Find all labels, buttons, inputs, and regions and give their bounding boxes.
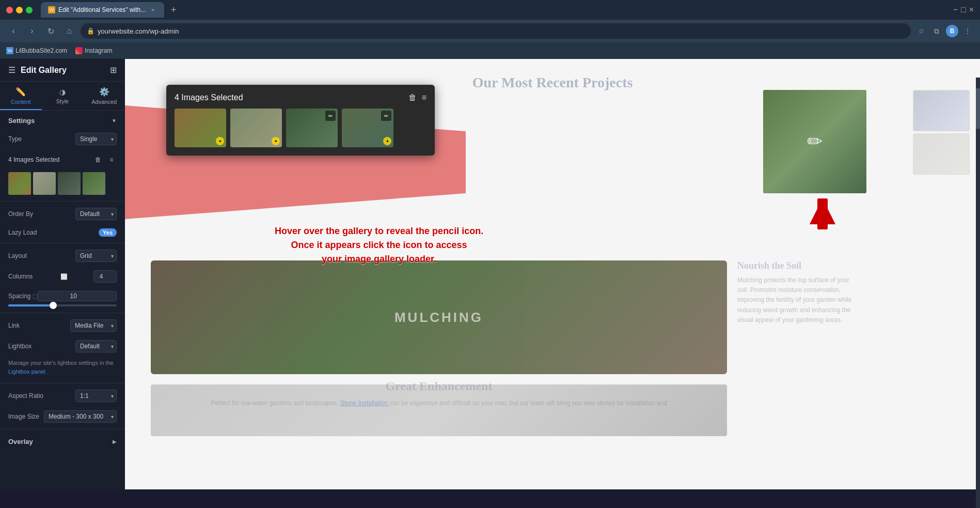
bookmark-favicon-instagram bbox=[75, 47, 83, 54]
scrollbar-track[interactable] bbox=[976, 78, 980, 508]
minimize-button[interactable]: − bbox=[953, 5, 958, 14]
back-button[interactable]: ‹ bbox=[6, 24, 21, 38]
edit-images-icon[interactable]: ≡ bbox=[106, 155, 117, 165]
extension-icon[interactable]: ⋮ bbox=[961, 25, 974, 37]
aspect-ratio-select[interactable]: 1:1 bbox=[75, 390, 117, 402]
type-select[interactable]: Single bbox=[75, 133, 117, 145]
mulching-text-area: Nourish the Soil Mulching protects the t… bbox=[737, 260, 861, 325]
lightbox-link-text: Lightbox panel. bbox=[8, 368, 47, 375]
images-selected-row: 4 Images Selected 🗑 ≡ bbox=[0, 151, 125, 168]
active-tab[interactable]: W Edit "Additional Services" with... × bbox=[41, 2, 164, 18]
popup-thumb-2[interactable]: ✦ bbox=[230, 109, 282, 147]
bottom-stone-image bbox=[151, 384, 727, 436]
gallery-delete-icon[interactable]: 🗑 bbox=[408, 93, 417, 102]
right-thumb-2 bbox=[913, 133, 970, 175]
type-field-row: Type Single bbox=[0, 129, 125, 149]
scrollbar-thumb[interactable] bbox=[976, 88, 980, 129]
tab-close-button[interactable]: × bbox=[149, 6, 157, 14]
close-traffic-light[interactable] bbox=[6, 7, 13, 13]
arrow-head-up bbox=[810, 198, 835, 224]
lightbox-panel-link[interactable]: Lightbox panel. bbox=[8, 368, 47, 375]
overlay-section-header[interactable]: Overlay ▶ bbox=[0, 432, 125, 450]
divider-3 bbox=[0, 313, 125, 313]
sidebar-tabs: ✏️ Content ◑ Style ⚙️ Advanced bbox=[0, 82, 125, 111]
delete-images-icon[interactable]: 🗑 bbox=[93, 155, 103, 165]
address-bar[interactable]: 🔒 yourwebsite.com/wp-admin bbox=[81, 23, 911, 39]
mulching-label: MULCHING bbox=[394, 310, 483, 326]
order-by-row: Order By Default bbox=[0, 204, 125, 224]
lightbox-select[interactable]: Default bbox=[75, 340, 117, 352]
browser-actions: ☆ ⧉ B ⋮ bbox=[915, 25, 974, 37]
lightbox-row: Lightbox Default bbox=[0, 336, 125, 357]
spacing-label-row: Spacing ⬚ bbox=[8, 291, 117, 301]
type-select-wrapper: Single bbox=[75, 133, 117, 145]
new-tab-button[interactable]: + bbox=[166, 3, 181, 17]
tab-style[interactable]: ◑ Style bbox=[42, 82, 84, 110]
lock-icon: 🔒 bbox=[87, 27, 94, 35]
restore-button[interactable]: □ bbox=[961, 5, 966, 14]
order-by-select[interactable]: Default bbox=[75, 208, 117, 220]
hamburger-menu-icon[interactable]: ☰ bbox=[8, 65, 15, 75]
spacing-value-input[interactable] bbox=[38, 291, 117, 301]
sidebar-title: Edit Gallery bbox=[21, 66, 67, 75]
lazy-load-label: Lazy Load bbox=[8, 229, 37, 236]
annotation-text: Hover over the gallery to reveal the pen… bbox=[275, 224, 483, 266]
type-label: Type bbox=[8, 135, 22, 143]
title-bar: W Edit "Additional Services" with... × +… bbox=[0, 0, 980, 20]
image-size-select[interactable]: Medium - 300 x 300 bbox=[44, 410, 117, 423]
layout-select[interactable]: Grid bbox=[75, 250, 117, 262]
columns-input[interactable] bbox=[93, 270, 117, 283]
thumbnail-2[interactable] bbox=[33, 172, 56, 195]
popup-thumb-4-edit-icon[interactable]: ✏ bbox=[381, 111, 391, 121]
content-tab-icon: ✏️ bbox=[15, 87, 26, 97]
tab-search-icon[interactable]: ⧉ bbox=[930, 25, 943, 37]
gallery-popup-actions: 🗑 ≡ bbox=[408, 93, 426, 102]
bookmark-label-instagram: Instagram bbox=[85, 47, 112, 54]
link-label: Link bbox=[8, 322, 20, 329]
lightbox-note: Manage your site's lightbox settings in … bbox=[0, 357, 125, 381]
bookmark-star-icon[interactable]: ☆ bbox=[915, 25, 927, 37]
minimize-traffic-light[interactable] bbox=[16, 7, 23, 13]
divider-1 bbox=[0, 201, 125, 202]
image-size-row: Image Size Medium - 300 x 300 bbox=[0, 406, 125, 427]
advanced-tab-icon: ⚙️ bbox=[99, 87, 109, 97]
tab-advanced[interactable]: ⚙️ Advanced bbox=[83, 82, 125, 110]
spacing-slider-track[interactable] bbox=[8, 304, 117, 306]
thumbnail-1[interactable] bbox=[8, 172, 31, 195]
maximize-traffic-light[interactable] bbox=[26, 7, 33, 13]
settings-section-title: Settings bbox=[8, 117, 35, 125]
bookmark-lilbubba[interactable]: W LilBubbaSite2.com bbox=[6, 47, 67, 54]
gallery-menu-icon[interactable]: ≡ bbox=[422, 93, 426, 102]
forward-button[interactable]: › bbox=[25, 24, 39, 38]
order-by-label: Order By bbox=[8, 210, 33, 218]
images-selected-actions: 🗑 ≡ bbox=[93, 155, 117, 165]
gallery-popup-header: 4 Images Selected 🗑 ≡ bbox=[175, 93, 426, 102]
close-button[interactable]: × bbox=[969, 5, 974, 14]
tab-content[interactable]: ✏️ Content bbox=[0, 82, 42, 110]
layout-select-wrapper: Grid bbox=[75, 250, 117, 262]
thumbnail-3[interactable] bbox=[58, 172, 81, 195]
annotation-line2: Once it appears click the icon to access bbox=[291, 240, 467, 250]
lightbox-select-wrapper: Default bbox=[75, 340, 117, 352]
popup-thumb-1[interactable]: ✦ bbox=[175, 109, 226, 147]
home-button[interactable]: ⌂ bbox=[62, 24, 76, 38]
link-select[interactable]: Media File bbox=[70, 319, 117, 332]
pencil-icon-overlay: ✏ bbox=[807, 131, 823, 152]
aspect-ratio-row: Aspect Ratio 1:1 bbox=[0, 386, 125, 406]
bookmarks-bar: W LilBubbaSite2.com Instagram bbox=[0, 42, 980, 59]
settings-section-header[interactable]: Settings ▼ bbox=[0, 111, 125, 129]
popup-thumb-3[interactable]: ✏ bbox=[286, 109, 338, 147]
style-tab-icon: ◑ bbox=[59, 88, 66, 96]
popup-thumb-3-edit-icon[interactable]: ✏ bbox=[325, 111, 336, 121]
reload-button[interactable]: ↻ bbox=[43, 24, 58, 38]
bookmark-label-lilbubba: LilBubbaSite2.com bbox=[15, 47, 67, 54]
main-content: Our Most Recent Projects 4 Images Select… bbox=[125, 59, 980, 489]
profile-icon[interactable]: B bbox=[946, 25, 958, 37]
popup-thumb-4[interactable]: ✏ ✦ bbox=[342, 109, 393, 147]
grid-icon[interactable]: ⊞ bbox=[110, 65, 117, 75]
spacing-slider-thumb[interactable] bbox=[50, 302, 57, 309]
thumbnail-4[interactable] bbox=[83, 172, 105, 195]
right-thumbs bbox=[913, 90, 970, 175]
bookmark-instagram[interactable]: Instagram bbox=[75, 47, 112, 54]
spacing-row: Spacing ⬚ bbox=[0, 287, 125, 311]
